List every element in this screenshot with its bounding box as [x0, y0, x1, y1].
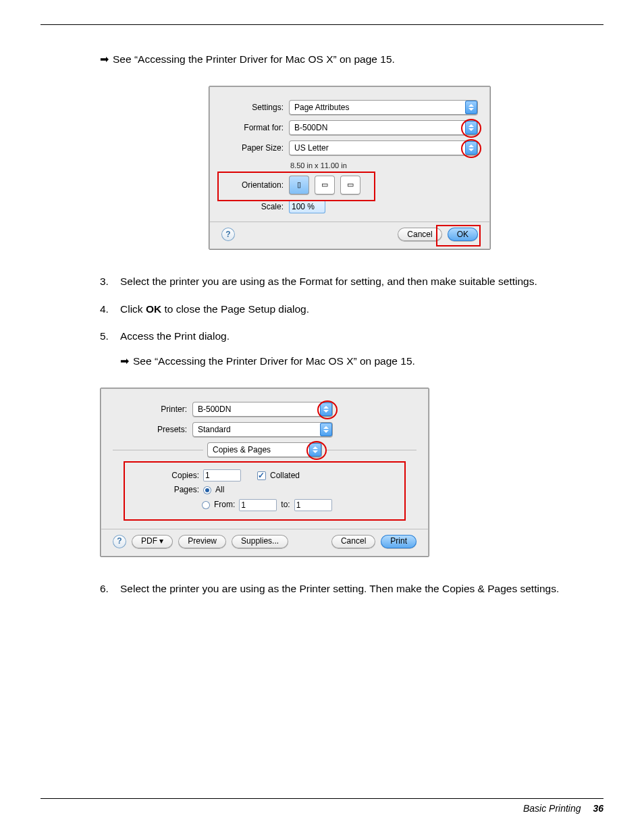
collated-checkbox[interactable]	[257, 471, 266, 480]
pages-all-radio[interactable]	[203, 486, 211, 494]
supplies-button[interactable]: Supplies...	[232, 535, 288, 548]
step-5: 5. Access the Print dialog. ➡ See “Acces…	[100, 329, 599, 556]
section-value: Copies & Pages	[213, 444, 308, 456]
settings-row: Settings: Page Attributes	[221, 100, 478, 115]
from-label: From:	[214, 499, 235, 511]
landscape-rev-icon: ▭	[347, 180, 354, 190]
dialog-separator	[101, 529, 429, 529]
cross-reference-text: See “Accessing the Printer Driver for Ma…	[133, 354, 415, 369]
pages-from-row: From: 1 to: 1	[202, 499, 410, 511]
cross-reference: ➡ See “Accessing the Printer Driver for …	[120, 354, 599, 369]
pages-label: Pages:	[160, 484, 199, 496]
orientation-row: Orientation: ▯ ▭ ▭	[221, 176, 478, 194]
page-footer: Basic Printing 36	[41, 798, 603, 814]
copies-label: Copies:	[160, 470, 199, 481]
popup-arrows-icon	[465, 141, 477, 155]
print-dialog: Printer: B-500DN Presets: Standard	[100, 388, 429, 556]
presets-row: Presets: Standard	[113, 422, 417, 437]
cross-reference-text: See “Accessing the Printer Driver for Ma…	[113, 52, 395, 67]
scale-input[interactable]: 100 %	[289, 200, 325, 213]
presets-popup[interactable]: Standard	[192, 422, 333, 437]
paper-size-popup[interactable]: US Letter	[289, 140, 478, 155]
from-input[interactable]: 1	[239, 499, 277, 511]
step-text-post: to close the Page Setup dialog.	[161, 303, 309, 315]
step-number: 4.	[100, 302, 109, 317]
to-input[interactable]: 1	[294, 499, 332, 511]
step-number: 6.	[100, 581, 109, 596]
step-text-bold: OK	[146, 303, 161, 315]
popup-arrows-icon	[309, 443, 321, 457]
orientation-label: Orientation:	[221, 180, 284, 191]
step-4: 4. Click OK to close the Page Setup dial…	[100, 302, 599, 317]
settings-value: Page Attributes	[294, 102, 464, 113]
dialog-separator	[209, 221, 490, 222]
step-text: Select the printer you are using as the …	[120, 583, 559, 594]
printer-label: Printer:	[113, 404, 187, 415]
popup-arrows-icon	[320, 423, 332, 436]
cancel-button[interactable]: Cancel	[398, 228, 441, 241]
popup-arrows-icon	[465, 121, 477, 134]
pages-all-row: Pages: All	[160, 484, 410, 496]
page-setup-dialog: Settings: Page Attributes Format for: B-…	[209, 86, 491, 250]
paper-size-row: Paper Size: US Letter	[221, 140, 478, 155]
step-6: 6. Select the printer you are using as t…	[100, 581, 599, 596]
dialog-footer: ? PDF ▾ Preview Supplies... Cancel Print	[113, 535, 417, 548]
pages-all-label: All	[215, 484, 224, 496]
help-button[interactable]: ?	[113, 535, 126, 548]
settings-label: Settings:	[221, 102, 284, 113]
scale-row: Scale: 100 %	[221, 200, 478, 213]
orientation-landscape-button[interactable]: ▭	[315, 176, 335, 194]
paper-size-value: US Letter	[294, 142, 464, 154]
page-content: ➡ See “Accessing the Printer Driver for …	[100, 52, 599, 596]
footer-text: Basic Printing 36	[41, 803, 603, 814]
landscape-icon: ▭	[321, 180, 328, 190]
format-for-row: Format for: B-500DN	[221, 120, 478, 135]
pages-from-radio[interactable]	[202, 501, 210, 509]
section-popup[interactable]: Copies & Pages	[207, 442, 322, 457]
printer-value: B-500DN	[198, 404, 319, 415]
section-popup-row: Copies & Pages	[113, 442, 417, 457]
top-rule	[41, 24, 603, 25]
orientation-portrait-button[interactable]: ▯	[289, 176, 309, 194]
orientation-landscape-rev-button[interactable]: ▭	[340, 176, 360, 194]
paper-size-label: Paper Size:	[221, 142, 284, 154]
popup-arrows-icon	[465, 101, 477, 114]
step-number: 5.	[100, 329, 109, 344]
step-text-pre: Click	[120, 303, 146, 315]
arrow-right-icon: ➡	[120, 354, 129, 369]
step-text: Select the printer you are using as the …	[120, 276, 537, 287]
print-button[interactable]: Print	[381, 535, 417, 548]
footer-page-number: 36	[593, 803, 603, 814]
collated-label: Collated	[270, 470, 300, 481]
arrow-right-icon: ➡	[100, 52, 109, 67]
dialog-footer: ? Cancel OK	[221, 228, 478, 241]
format-for-label: Format for:	[221, 122, 284, 134]
step-text: Access the Print dialog.	[120, 330, 230, 342]
settings-popup[interactable]: Page Attributes	[289, 100, 478, 115]
bottom-rule	[41, 798, 603, 799]
preview-button[interactable]: Preview	[178, 535, 226, 548]
help-button[interactable]: ?	[221, 228, 235, 241]
orientation-group: ▯ ▭ ▭	[289, 176, 360, 194]
document-page: ➡ See “Accessing the Printer Driver for …	[0, 0, 644, 834]
presets-value: Standard	[198, 424, 319, 436]
presets-label: Presets:	[113, 424, 187, 436]
printer-row: Printer: B-500DN	[113, 402, 417, 417]
copies-row: Copies: 1 Collated	[160, 469, 410, 481]
paper-dimensions: 8.50 in x 11.00 in	[290, 161, 478, 172]
pdf-button[interactable]: PDF ▾	[132, 535, 173, 548]
ok-button[interactable]: OK	[448, 228, 478, 241]
format-for-popup[interactable]: B-500DN	[289, 120, 478, 135]
scale-label: Scale:	[221, 201, 284, 213]
popup-arrows-icon	[320, 402, 332, 416]
portrait-icon: ▯	[297, 180, 301, 190]
cancel-button[interactable]: Cancel	[331, 535, 375, 548]
step-number: 3.	[100, 274, 109, 289]
to-label: to:	[281, 499, 290, 511]
copies-input[interactable]: 1	[203, 469, 241, 481]
format-for-value: B-500DN	[294, 122, 464, 134]
step-3: 3. Select the printer you are using as t…	[100, 274, 599, 289]
printer-popup[interactable]: B-500DN	[192, 402, 333, 417]
copies-pages-box: Copies: 1 Collated Pages: All	[113, 461, 417, 520]
cross-reference: ➡ See “Accessing the Printer Driver for …	[100, 52, 599, 67]
